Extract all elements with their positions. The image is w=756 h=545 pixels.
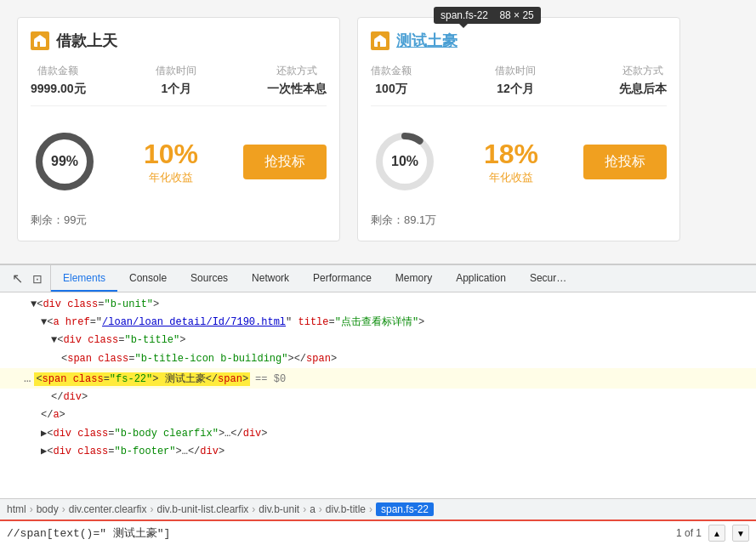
card1-rate-value: 10% [144, 139, 198, 170]
card2-stats: 借款金额 100万 借款时间 12个月 还款方式 先息后本 [371, 64, 667, 106]
tab-performance[interactable]: Performance [301, 265, 384, 292]
card2-footer: 剩余：89.1万 [371, 213, 667, 228]
card2-donut: 10% [371, 128, 439, 196]
cursor-tool-icon[interactable]: ↖ [8, 270, 26, 288]
card2-title-row: 测试土豪 [371, 31, 667, 51]
card2-invest-button[interactable]: 抢投标 [583, 145, 667, 179]
card1-time-label: 借款时间 [156, 64, 196, 78]
search-input[interactable] [7, 527, 669, 540]
card2-method-label: 还款方式 [619, 64, 667, 78]
breadcrumb-div-b-unit[interactable]: div.b-unit [259, 503, 299, 515]
devtools-code-view: ▼<div class="b-unit"> ▼<a href="/loan/lo… [0, 292, 756, 498]
svg-rect-3 [41, 42, 43, 45]
svg-rect-9 [381, 42, 383, 45]
svg-marker-7 [374, 35, 386, 39]
search-next-button[interactable]: ▼ [732, 525, 749, 542]
card-2: 测试土豪 借款金额 100万 借款时间 12个月 还款方式 先息后本 [357, 17, 680, 241]
card2-stat-time: 借款时间 12个月 [495, 64, 536, 97]
card1-method-label: 还款方式 [267, 64, 327, 78]
card2-rate-value: 18% [484, 139, 538, 170]
code-line-4: <span class="b-title-icon b-building"></… [0, 350, 756, 368]
card1-amount-value: 9999.00元 [31, 82, 86, 97]
code-line-7: </a> [0, 406, 756, 424]
tab-elements[interactable]: Elements [51, 265, 117, 292]
tab-sources[interactable]: Sources [179, 265, 240, 292]
code-line-6: </div> [0, 389, 756, 406]
breadcrumb-bar: html › body › div.center.clearfix › div.… [0, 498, 756, 519]
card1-title: 借款上天 [56, 31, 117, 51]
card2-amount-value: 100万 [371, 82, 412, 97]
card2-amount-label: 借款金额 [371, 64, 412, 78]
card1-stats: 借款金额 9999.00元 借款时间 1个月 还款方式 一次性本息 [31, 64, 327, 106]
card1-donut-label: 99% [51, 154, 78, 169]
devtools-panel: ↖ ⊡ Elements Console Sources Network Per… [0, 264, 756, 545]
breadcrumb-html[interactable]: html [7, 503, 26, 515]
card2-time-value: 12个月 [495, 82, 536, 97]
card1-icon [31, 31, 49, 50]
card1-donut: 99% [31, 128, 99, 196]
card1-title-row: 借款上天 [31, 31, 327, 51]
card2-body: 10% 18% 年化收益 抢投标 [371, 119, 667, 204]
card2-stat-method: 还款方式 先息后本 [619, 64, 667, 97]
mobile-tool-icon[interactable]: ⊡ [28, 270, 47, 288]
card1-stat-amount: 借款金额 9999.00元 [31, 64, 86, 97]
card1-stat-time: 借款时间 1个月 [156, 64, 196, 97]
card2-icon [371, 31, 389, 50]
card2-rate: 18% 年化收益 [484, 139, 538, 185]
code-line-8: ▶<div class="b-body clearfix">…</div> [0, 425, 756, 443]
code-line-1: ▼<div class="b-unit"> [0, 296, 756, 314]
tab-application[interactable]: Application [444, 265, 518, 292]
breadcrumb-div-b-title[interactable]: div.b-title [326, 503, 366, 515]
card1-time-value: 1个月 [156, 82, 196, 97]
card2-title: 测试土豪 [396, 31, 458, 51]
breadcrumb-body[interactable]: body [37, 503, 59, 515]
breadcrumb-span-fs22[interactable]: span.fs-22 [376, 502, 434, 516]
search-bar: 1 of 1 ▲ ▼ [0, 519, 756, 545]
svg-marker-1 [34, 35, 46, 39]
code-line-5-highlighted: …<span class="fs-22"> 测试土豪</span>== $0 [0, 368, 756, 389]
tab-memory[interactable]: Memory [384, 265, 444, 292]
breadcrumb-a[interactable]: a [310, 503, 315, 515]
card2-rate-label: 年化收益 [484, 170, 538, 185]
card1-method-value: 一次性本息 [267, 82, 327, 97]
card1-stat-method: 还款方式 一次性本息 [267, 64, 327, 97]
tab-console[interactable]: Console [117, 265, 179, 292]
card1-body: 99% 10% 年化收益 抢投标 [31, 119, 327, 204]
search-prev-button[interactable]: ▲ [708, 525, 725, 542]
search-count: 1 of 1 [676, 527, 702, 539]
tooltip-element-name: span.fs-22 [441, 9, 488, 21]
code-line-9: ▶<div class="b-footer">…</div> [0, 443, 756, 461]
tooltip-dimensions: 88 × 25 [499, 9, 533, 21]
card2-method-value: 先息后本 [619, 82, 667, 97]
tab-network[interactable]: Network [240, 265, 301, 292]
card1-invest-button[interactable]: 抢投标 [243, 145, 327, 179]
code-line-2: ▼<a href="/loan/loan_detail/Id/7190.html… [0, 314, 756, 332]
card-1: 借款上天 借款金额 9999.00元 借款时间 1个月 还款方式 一次性本息 [17, 17, 340, 241]
card1-amount-label: 借款金额 [31, 64, 86, 78]
code-line-3: ▼<div class="b-title"> [0, 332, 756, 349]
breadcrumb-div-b-unit-list[interactable]: div.b-unit-list.clearfix [157, 503, 249, 515]
card1-rate-label: 年化收益 [144, 170, 198, 185]
breadcrumb-div-center[interactable]: div.center.clearfix [69, 503, 147, 515]
card2-time-label: 借款时间 [495, 64, 536, 78]
svg-rect-8 [378, 42, 380, 47]
card2-stat-amount: 借款金额 100万 [371, 64, 412, 97]
card1-footer: 剩余：99元 [31, 213, 327, 228]
browser-content: span.fs-22 88 × 25 借款上天 借款金额 9999.00元 [0, 0, 756, 264]
card1-rate: 10% 年化收益 [144, 139, 198, 185]
tab-security[interactable]: Secur… [518, 265, 578, 292]
svg-rect-2 [37, 42, 40, 47]
devtools-tab-bar: ↖ ⊡ Elements Console Sources Network Per… [0, 265, 756, 292]
element-tooltip: span.fs-22 88 × 25 [434, 7, 541, 24]
card2-donut-label: 10% [391, 154, 418, 169]
